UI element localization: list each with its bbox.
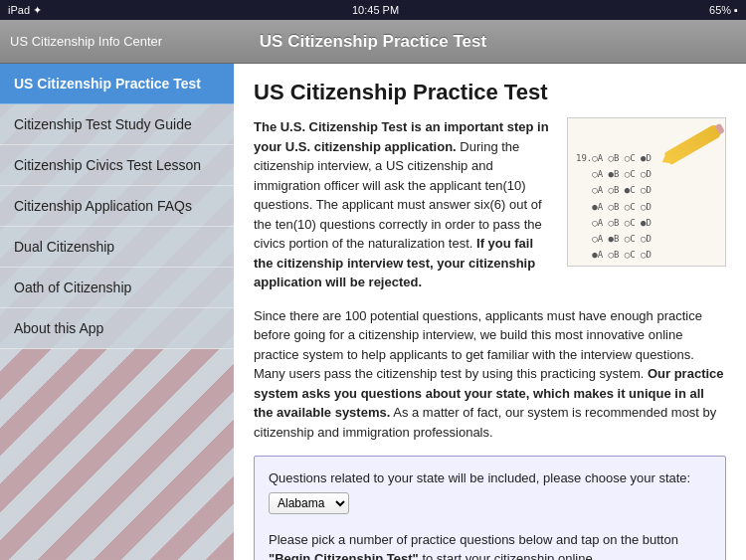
sidebar-item-practice-test[interactable]: US Citizenship Practice Test [0,64,234,104]
content-image: 19.○A ○B ○C ●D ○A ●B ○C ○D ○A ○B ●C ○D ●… [567,117,726,267]
content-top: The U.S. Citizenship Test is an importan… [254,117,726,292]
status-time: 10:45 PM [352,4,399,16]
paragraph1-rest: During the citizenship interview, a US c… [254,139,542,252]
main-container: US Citizenship Practice Test Citizenship… [0,64,746,560]
state-box-line2: Please pick a number of practice questio… [269,530,711,561]
sidebar-items: US Citizenship Practice Test Citizenship… [0,64,234,349]
sidebar-item-about[interactable]: About this App [0,308,234,349]
nav-bar: US Citizenship Info Center US Citizenshi… [0,20,746,64]
state-box: Questions related to your state will be … [254,456,726,560]
content-paragraph2: Since there are 100 potential questions,… [254,306,726,443]
content-text-left: The U.S. Citizenship Test is an importan… [254,117,553,292]
sidebar-item-app-faqs[interactable]: Citizenship Application FAQs [0,186,234,227]
sidebar-item-dual-citizenship[interactable]: Dual Citizenship [0,227,234,268]
nav-back-label[interactable]: US Citizenship Info Center [10,34,162,49]
nav-title: US Citizenship Practice Test [260,32,486,52]
content-title: US Citizenship Practice Test [254,80,726,105]
content-paragraph1: The U.S. Citizenship Test is an importan… [254,117,553,292]
paragraph2-start: Since there are 100 potential questions,… [254,308,702,382]
begin-test-label: "Begin Citizenship Test" [269,551,419,560]
state-select[interactable]: Alabama Alaska Arizona California [269,492,349,514]
sidebar-item-oath[interactable]: Oath of Citizenship [0,268,234,308]
state-box-line1: Questions related to your state will be … [269,468,711,522]
sidebar: US Citizenship Practice Test Citizenship… [0,64,234,560]
test-paper-image: 19.○A ○B ○C ●D ○A ●B ○C ○D ○A ○B ●C ○D ●… [568,118,725,266]
sidebar-item-civics-lesson[interactable]: Citizenship Civics Test Lesson [0,145,234,186]
sidebar-item-study-guide[interactable]: Citizenship Test Study Guide [0,104,234,145]
status-bar: iPad ✦ 10:45 PM 65% ▪ [0,0,746,20]
content-area[interactable]: US Citizenship Practice Test The U.S. Ci… [234,64,746,560]
status-left: iPad ✦ [8,4,42,17]
status-right: 65% ▪ [709,4,738,16]
answer-grid: 19.○A ○B ○C ●D ○A ●B ○C ○D ○A ○B ●C ○D ●… [576,150,717,267]
